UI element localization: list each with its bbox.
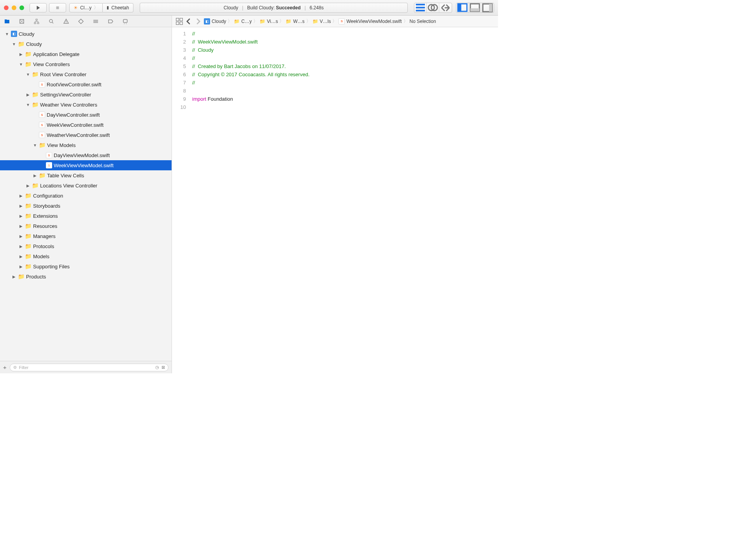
disclosure-icon[interactable]: ▶ bbox=[19, 244, 23, 248]
source-editor[interactable]: 12345678910 //// WeekViewViewModel.swift… bbox=[172, 27, 498, 373]
disclosure-icon[interactable]: ▶ bbox=[19, 224, 23, 228]
jumpbar-crumb[interactable]: 📁W…s bbox=[285, 19, 305, 24]
report-navigator-tab[interactable] bbox=[122, 18, 128, 24]
device-button[interactable]: ▮ Cheetah bbox=[103, 3, 133, 12]
tree-row[interactable]: ▼📁View Models bbox=[0, 140, 172, 150]
disclosure-icon[interactable]: ▶ bbox=[19, 254, 23, 259]
jumpbar-crumb[interactable]: 📁V…ls bbox=[312, 19, 332, 24]
tree-row[interactable]: SWeekViewController.swift bbox=[0, 120, 172, 130]
issue-navigator-tab[interactable] bbox=[63, 18, 69, 24]
svg-rect-18 bbox=[176, 22, 179, 24]
nav-back-button[interactable] bbox=[184, 17, 193, 26]
tree-row[interactable]: ▶📁Protocols bbox=[0, 241, 172, 251]
tree-row[interactable]: ▶📁Table View Cells bbox=[0, 170, 172, 180]
test-navigator-tab[interactable] bbox=[78, 18, 84, 24]
disclosure-icon[interactable]: ▶ bbox=[26, 184, 30, 188]
zoom-window-button[interactable] bbox=[19, 5, 24, 10]
run-button[interactable] bbox=[30, 3, 47, 12]
code-content[interactable]: //// WeekViewViewModel.swift// Cloudy///… bbox=[190, 27, 498, 373]
disclosure-icon[interactable]: ▼ bbox=[26, 72, 30, 77]
chevron-right-icon: 〉 bbox=[253, 18, 259, 24]
swift-file-icon: S bbox=[338, 18, 345, 24]
standard-editor-button[interactable] bbox=[414, 3, 427, 12]
disclosure-icon[interactable]: ▼ bbox=[19, 62, 23, 66]
toggle-navigator-button[interactable] bbox=[456, 3, 469, 12]
tree-row[interactable]: SDayViewController.swift bbox=[0, 110, 172, 120]
disclosure-icon[interactable]: ▼ bbox=[26, 103, 30, 107]
jumpbar-crumb[interactable]: 📁C…y bbox=[233, 19, 253, 24]
scm-filter-icon[interactable]: ⊠ bbox=[161, 365, 165, 370]
assistant-editor-button[interactable] bbox=[427, 3, 439, 12]
tree-row[interactable]: ▶📁SettingsViewController bbox=[0, 89, 172, 100]
tree-row[interactable]: ▼◧Cloudy bbox=[0, 29, 172, 39]
tree-row[interactable]: ▶📁Extensions bbox=[0, 211, 172, 221]
tree-item-label: SettingsViewController bbox=[40, 92, 91, 98]
editor-area: ◧Cloudy〉📁C…y〉📁Vi…s〉📁W…s〉📁V…ls〉SWeekViewV… bbox=[172, 16, 498, 373]
tree-row[interactable]: SWeekViewViewModel.swift bbox=[0, 160, 172, 170]
minimize-window-button[interactable] bbox=[12, 5, 16, 10]
tree-row[interactable]: ▼📁View Controllers bbox=[0, 59, 172, 69]
scheme-name: Cl…y bbox=[80, 5, 91, 10]
disclosure-icon[interactable]: ▶ bbox=[19, 52, 23, 56]
disclosure-icon[interactable]: ▼ bbox=[12, 42, 16, 46]
tree-row[interactable]: ▶📁Resources bbox=[0, 221, 172, 231]
scheme-selector[interactable]: ☀ Cl…y 〉 ▮ Cheetah bbox=[69, 3, 133, 12]
symbol-navigator-tab[interactable] bbox=[19, 18, 25, 24]
tree-row[interactable]: SWeatherViewController.swift bbox=[0, 130, 172, 140]
toggle-utilities-button[interactable] bbox=[481, 3, 494, 12]
disclosure-icon[interactable]: ▶ bbox=[33, 173, 37, 178]
find-navigator-tab[interactable] bbox=[48, 18, 54, 24]
tree-row[interactable]: ▼📁Root View Controller bbox=[0, 69, 172, 79]
tree-row[interactable]: ▶📁Application Delegate bbox=[0, 49, 172, 59]
nav-forward-button[interactable] bbox=[194, 17, 202, 26]
tree-row[interactable]: ▶📁Locations View Controller bbox=[0, 180, 172, 191]
tree-row[interactable]: ▶📁Configuration bbox=[0, 191, 172, 201]
disclosure-icon[interactable]: ▶ bbox=[26, 93, 30, 97]
tree-row[interactable]: ▼📁Weather View Controllers bbox=[0, 100, 172, 110]
disclosure-icon[interactable]: ▶ bbox=[19, 234, 23, 238]
disclosure-icon[interactable]: ▶ bbox=[19, 214, 23, 218]
recent-filter-icon[interactable]: ◷ bbox=[155, 365, 159, 370]
tree-row[interactable]: ▶📁Managers bbox=[0, 231, 172, 241]
jumpbar-crumb[interactable]: No Selection bbox=[409, 19, 437, 24]
disclosure-icon[interactable]: ▼ bbox=[5, 32, 9, 36]
tree-item-label: WeekViewViewModel.swift bbox=[54, 163, 114, 168]
chevron-right-icon: 〉 bbox=[227, 18, 233, 24]
breakpoint-navigator-tab[interactable] bbox=[107, 18, 114, 24]
navigator-tabs bbox=[0, 16, 172, 27]
tree-row[interactable]: ▶📁Models bbox=[0, 251, 172, 261]
jumpbar-crumb[interactable]: ◧Cloudy bbox=[203, 18, 227, 24]
project-tree[interactable]: ▼◧Cloudy▼📁Cloudy▶📁Application Delegate▼📁… bbox=[0, 27, 172, 361]
toggle-debug-button[interactable] bbox=[469, 3, 481, 12]
disclosure-icon[interactable]: ▶ bbox=[19, 204, 23, 208]
disclosure-icon[interactable]: ▶ bbox=[19, 264, 23, 269]
disclosure-icon[interactable]: ▶ bbox=[19, 194, 23, 198]
folder-icon: 📁 bbox=[286, 19, 291, 24]
folder-icon: 📁 bbox=[39, 142, 46, 148]
version-editor-button[interactable] bbox=[439, 3, 452, 12]
chevron-right-icon: 〉 bbox=[403, 18, 409, 24]
filter-input[interactable]: ⊜ Filter ◷ ⊠ bbox=[10, 364, 168, 371]
hierarchy-navigator-tab[interactable] bbox=[33, 18, 40, 24]
window-controls bbox=[4, 5, 24, 10]
tree-row[interactable]: SRootViewController.swift bbox=[0, 79, 172, 89]
tree-row[interactable]: SDayViewViewModel.swift bbox=[0, 150, 172, 160]
related-items-button[interactable] bbox=[175, 17, 184, 26]
swift-file-icon: S bbox=[46, 162, 52, 168]
close-window-button[interactable] bbox=[4, 5, 9, 10]
disclosure-icon[interactable]: ▶ bbox=[12, 275, 16, 279]
disclosure-icon[interactable]: ▼ bbox=[33, 143, 37, 147]
stop-button[interactable] bbox=[49, 3, 66, 12]
tree-row[interactable]: ▶📁Supporting Files bbox=[0, 261, 172, 271]
tree-row[interactable]: ▶📁Storyboards bbox=[0, 201, 172, 211]
tree-row[interactable]: ▼📁Cloudy bbox=[0, 39, 172, 49]
tree-row[interactable]: ▶📁Products bbox=[0, 271, 172, 282]
project-navigator-tab[interactable] bbox=[4, 18, 10, 24]
debug-navigator-tab[interactable] bbox=[93, 18, 99, 24]
add-button[interactable]: + bbox=[3, 364, 7, 371]
scheme-button[interactable]: ☀ Cl…y 〉 bbox=[69, 3, 103, 12]
folder-icon: 📁 bbox=[39, 172, 46, 178]
activity-status[interactable]: Cloudy | Build Cloudy: Succeeded | 6.248… bbox=[140, 3, 408, 13]
jumpbar-crumb[interactable]: 📁Vi…s bbox=[259, 19, 279, 24]
jumpbar-crumb[interactable]: SWeekViewViewModel.swift bbox=[338, 18, 402, 24]
